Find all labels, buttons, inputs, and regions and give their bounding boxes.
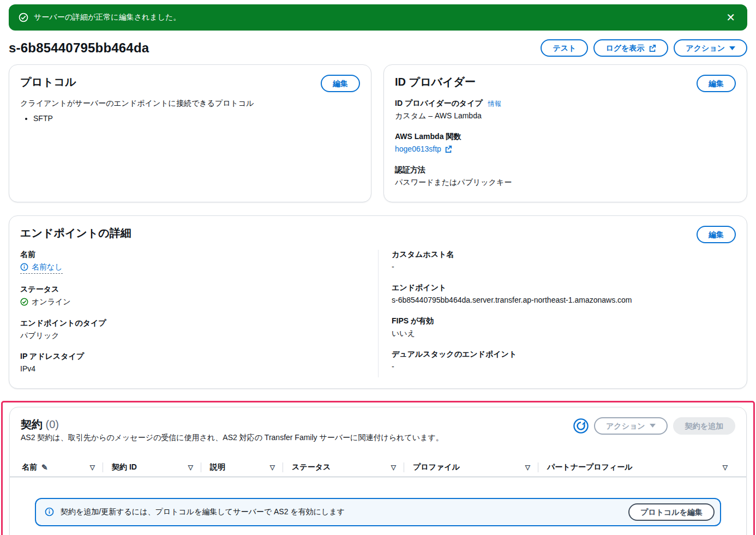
page-title: s-6b85440795bb464da [9,40,149,56]
page: サーバーの詳細が正常に編集されました。 ✕ s-6b85440795bb464d… [0,0,756,535]
col-description: 説明 [210,462,225,472]
success-check-icon [19,13,28,22]
endpoint-edit-button[interactable]: 編集 [697,226,736,243]
idp-type-label: ID プロバイダーのタイプ [395,99,483,109]
auth-method-value: パスワードまたはパブリックキー [395,177,736,188]
endpoint-value: s-6b85440795bb464da.server.transfer.ap-n… [392,294,736,305]
endpoint-type-label: エンドポイントのタイプ [20,318,106,328]
endpoint-label: エンドポイント [392,283,446,293]
status-online-icon [20,298,28,306]
dualstack-label: デュアルスタックのエンドポイント [392,350,517,359]
header-actions: テスト ログを表示 アクション [541,39,747,57]
info-circle-icon [20,263,28,271]
protocols-title: プロトコル [20,75,76,89]
status-value: オンライン [32,296,71,307]
agreements-card: 契約 (0) AS2 契約は、取引先からのメッセージの受信に使用され、AS2 対… [9,407,747,535]
add-agreement-button[interactable]: 契約を追加 [673,417,735,435]
col-status: ステータス [292,462,331,472]
idp-type-value: カスタム – AWS Lambda [395,110,736,121]
identity-provider-edit-button[interactable]: 編集 [697,75,736,92]
protocol-item: SFTP [33,114,360,123]
external-link-icon [445,145,452,153]
col-name: 名前 [22,462,37,472]
top-cards-row: プロトコル 編集 クライアントがサーバーのエンドポイントに接続できるプロトコル … [9,64,747,202]
info-circle-icon [45,507,54,516]
view-logs-button[interactable]: ログを表示 [593,39,668,57]
edit-protocols-button[interactable]: プロトコルを編集 [628,503,715,521]
test-button[interactable]: テスト [541,39,588,57]
endpoint-details-card: エンドポイントの詳細 編集 名前 名前なし [9,215,747,389]
protocols-list: SFTP [33,114,360,123]
banner-message: サーバーの詳細が正常に編集されました。 [34,13,718,22]
close-icon[interactable]: ✕ [724,11,737,24]
col-agreement-id: 契約 ID [112,462,137,472]
edit-pencil-icon: ✎ [41,463,48,472]
filter-icon[interactable]: ▽ [391,464,396,471]
success-banner: サーバーの詳細が正常に編集されました。 ✕ [9,4,747,31]
filter-icon[interactable]: ▽ [270,464,275,471]
fips-value: いいえ [392,328,736,339]
status-label: ステータス [20,285,59,294]
ip-type-label: IP アドレスタイプ [20,352,84,362]
protocols-description: クライアントがサーバーのエンドポイントに接続できるプロトコル [20,99,360,109]
filter-icon[interactable]: ▽ [188,464,193,471]
agreements-count: (0) [46,418,59,430]
col-profile: プロファイル [413,462,460,472]
endpoint-details-title: エンドポイントの詳細 [20,226,131,241]
filter-icon[interactable]: ▽ [525,464,530,471]
protocols-card: プロトコル 編集 クライアントがサーバーのエンドポイントに接続できるプロトコル … [9,64,371,202]
agreements-table-header: 名前 ✎ ▽ 契約 ID ▽ 説明 ▽ ステータス [21,458,735,477]
identity-provider-title: ID プロバイダー [395,75,476,89]
col-partner-profile: パートナープロフィール [547,462,633,472]
info-link[interactable]: 情報 [488,99,501,109]
no-name-link[interactable]: 名前なし [32,261,63,272]
ip-type-value: IPv4 [20,363,365,374]
server-actions-button[interactable]: アクション [674,39,747,57]
endpoint-type-value: パブリック [20,330,365,341]
fips-label: FIPS が有効 [392,316,434,326]
highlight-annotation: 契約 (0) AS2 契約は、取引先からのメッセージの受信に使用され、AS2 対… [1,401,755,535]
filter-icon[interactable]: ▽ [723,464,728,471]
custom-host-label: カスタムホスト名 [392,250,454,260]
external-link-icon [649,44,656,52]
auth-method-label: 認証方法 [395,165,425,175]
page-header: s-6b85440795bb464da テスト ログを表示 アクション [9,39,747,57]
as2-info-alert: 契約を追加/更新するには、プロトコルを編集してサーバーで AS2 を有効にします… [35,498,721,526]
alert-text: 契約を追加/更新するには、プロトコルを編集してサーバーで AS2 を有効にします [61,507,622,517]
caret-down-icon [650,424,656,428]
lambda-label: AWS Lambda 関数 [395,132,461,142]
agreements-actions-button[interactable]: アクション [594,417,668,435]
refresh-button[interactable] [573,418,589,434]
name-label: 名前 [20,250,35,260]
custom-host-value: - [392,261,736,272]
filter-icon[interactable]: ▽ [90,464,95,471]
lambda-function-link[interactable]: hoge0613sftp [395,143,452,154]
identity-provider-card: ID プロバイダー 編集 ID プロバイダーのタイプ 情報 カスタム – AWS… [383,64,747,202]
caret-down-icon [729,46,735,50]
agreements-description: AS2 契約は、取引先からのメッセージの受信に使用され、AS2 対応の Tran… [21,433,443,443]
agreements-title: 契約 [21,418,43,430]
dualstack-value: - [392,361,736,372]
protocols-edit-button[interactable]: 編集 [321,75,360,92]
